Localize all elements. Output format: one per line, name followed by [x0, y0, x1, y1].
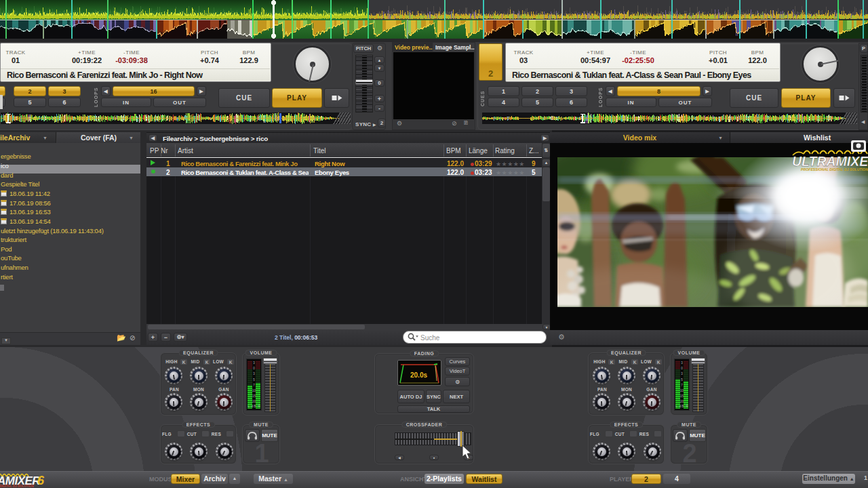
svg-text:PROFESSIONAL DIGITAL DJ SOLUTI: PROFESSIONAL DIGITAL DJ SOLUTION	[801, 167, 868, 171]
svg-text:20.0s: 20.0s	[410, 371, 427, 379]
svg-text:6: 6	[37, 474, 45, 487]
svg-text:PROFESSIONAL DIGITAL DJ SOLUTI: PROFESSIONAL DIGITAL DJ SOLUTION	[0, 485, 34, 488]
svg-text:ULTRAMIXER: ULTRAMIXER	[792, 154, 868, 169]
